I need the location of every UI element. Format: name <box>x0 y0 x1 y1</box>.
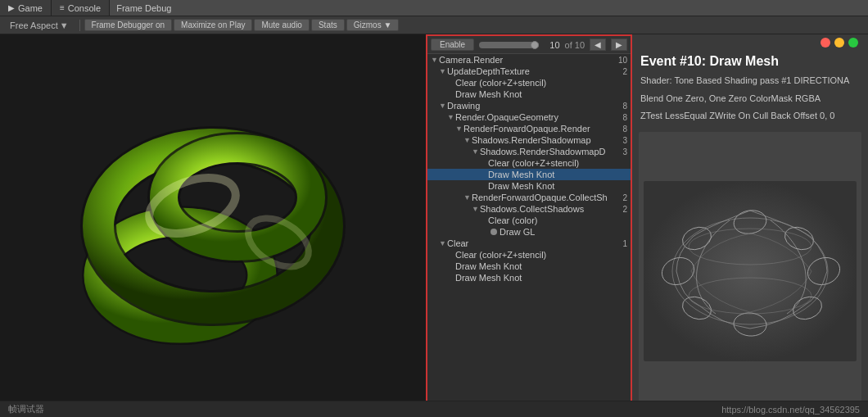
aspect-dropdown-arrow[interactable]: ▼ <box>60 20 69 30</box>
arrow-icon: ▼ <box>455 125 463 133</box>
game-view <box>0 34 426 417</box>
item-count: 8 <box>622 125 627 134</box>
game-icon: ▶ <box>8 3 15 12</box>
divider-1 <box>79 20 80 31</box>
frame-number: 10 <box>544 40 560 50</box>
item-label: Draw Mesh Knot <box>488 181 631 191</box>
item-label: Draw GL <box>500 227 631 237</box>
frame-debug-panel: Enable 10 of 10 ◀ ▶ ▼ Camera.Render 10 ▼… <box>426 34 632 417</box>
list-item[interactable]: ▼ UpdateDepthTexture 2 <box>427 66 631 77</box>
item-count: 2 <box>622 205 627 214</box>
list-item[interactable]: Draw Mesh Knot <box>427 180 631 192</box>
list-item[interactable]: Draw Mesh Knot <box>427 88 631 100</box>
item-label: Render.OpaqueGeometry <box>455 112 622 122</box>
item-count: 2 <box>622 193 627 202</box>
maximize-btn[interactable]: Maximize on Play <box>174 19 252 31</box>
slider-thumb <box>531 41 539 49</box>
list-item[interactable]: ▼ Clear 1 <box>427 238 631 249</box>
arrow-icon: ▼ <box>439 239 447 247</box>
enable-button[interactable]: Enable <box>431 39 474 51</box>
item-label: Draw Mesh Knot <box>455 89 631 99</box>
item-label: Draw Mesh Knot <box>455 273 631 283</box>
item-count: 8 <box>622 102 627 111</box>
arrow-icon: ▼ <box>439 67 447 75</box>
arrow-icon: ▼ <box>463 136 472 144</box>
maximize-button[interactable] <box>848 38 858 48</box>
item-label: Clear <box>447 238 622 248</box>
item-count: 2 <box>622 67 627 76</box>
arrow-icon: ▼ <box>463 193 472 202</box>
aspect-area: Free Aspect ▼ <box>3 20 75 30</box>
arrow-icon: ▼ <box>447 113 455 121</box>
knot-visual <box>0 34 426 417</box>
minimize-button[interactable] <box>834 38 844 48</box>
item-label: Shadows.CollectShadows <box>480 204 622 214</box>
item-label: Clear (color+Z+stencil) <box>455 78 631 88</box>
list-item[interactable]: Draw Mesh Knot <box>427 272 631 283</box>
next-frame-btn[interactable]: ▶ <box>611 39 627 51</box>
tree-list[interactable]: ▼ Camera.Render 10 ▼ UpdateDepthTexture … <box>427 54 631 415</box>
list-item[interactable]: Clear (color+Z+stencil) <box>427 77 631 88</box>
frame-debug-tab[interactable]: Frame Debug <box>116 3 171 13</box>
list-item[interactable]: Clear (color+Z+stencil) <box>427 157 631 169</box>
item-label: Draw Mesh Knot <box>455 261 631 271</box>
tab-console[interactable]: ≡ Console <box>52 0 110 16</box>
tab-game[interactable]: ▶ Game <box>0 0 52 16</box>
bottom-left-text: 帧调试器 <box>8 403 44 415</box>
list-item[interactable]: ▼ RenderForwardOpaque.Render 8 <box>427 123 631 134</box>
close-button[interactable] <box>821 38 830 48</box>
item-count: 3 <box>622 136 627 145</box>
item-label: RenderForwardOpaque.Render <box>463 124 622 134</box>
tab-game-label: Game <box>18 3 43 13</box>
list-item[interactable]: ▼ Drawing 8 <box>427 100 631 111</box>
item-label: Clear (color+Z+stencil) <box>488 158 631 168</box>
event-preview <box>639 132 861 410</box>
slider-track[interactable] <box>479 42 538 48</box>
bottom-bar: 帧调试器 https://blog.csdn.net/qq_34562395 <box>0 401 868 417</box>
toolbar: Free Aspect ▼ Frame Debugger on Maximize… <box>0 16 868 34</box>
window-controls-area <box>632 34 868 48</box>
list-item[interactable]: Draw Mesh Knot <box>427 261 631 272</box>
list-item[interactable]: Clear (color+Z+stencil) <box>427 249 631 261</box>
item-label: UpdateDepthTexture <box>447 66 622 76</box>
item-label: Draw Mesh Knot <box>488 170 631 179</box>
prev-frame-btn[interactable]: ◀ <box>590 39 606 51</box>
window-controls <box>821 38 858 48</box>
event-shader: Shader: Tone Based Shading pass #1 DIREC… <box>632 72 868 90</box>
mute-btn[interactable]: Mute audio <box>254 19 309 31</box>
list-item[interactable]: ▼ Camera.Render 10 <box>427 54 631 66</box>
list-item[interactable]: Clear (color) <box>427 215 631 226</box>
top-bar: ▶ Game ≡ Console Frame Debug <box>0 0 868 16</box>
top-tabs: ▶ Game ≡ Console <box>0 0 110 16</box>
event-detail: Event #10: Draw Mesh Shader: Tone Based … <box>632 34 868 417</box>
item-count: 1 <box>622 239 627 248</box>
bottom-right-link: https://blog.csdn.net/qq_34562395 <box>721 405 860 415</box>
item-label: Drawing <box>447 101 622 111</box>
arrow-icon: ▼ <box>472 147 480 156</box>
list-item[interactable]: ▼ Render.OpaqueGeometry 8 <box>427 111 631 123</box>
list-item[interactable]: ▼ Shadows.CollectShadows 2 <box>427 203 631 215</box>
event-ztest: ZTest LessEqual ZWrite On Cull Back Offs… <box>632 107 868 125</box>
knot-svg <box>49 62 377 390</box>
of-text: of 10 <box>565 40 585 50</box>
arrow-icon: ▼ <box>439 102 447 110</box>
list-item[interactable]: ▼ Shadows.RenderShadowmap 3 <box>427 134 631 146</box>
item-label: Clear (color+Z+stencil) <box>455 250 631 260</box>
list-item[interactable]: Draw Mesh Knot <box>427 169 631 180</box>
console-icon: ≡ <box>60 3 65 12</box>
frame-debugger-btn[interactable]: Frame Debugger on <box>84 19 173 31</box>
list-item[interactable]: ▼ Shadows.RenderShadowmapD 3 <box>427 146 631 157</box>
arrow-icon: ▼ <box>472 205 480 213</box>
stats-btn[interactable]: Stats <box>311 19 345 31</box>
item-count: 8 <box>622 113 627 122</box>
svg-rect-8 <box>644 181 857 361</box>
tab-console-label: Console <box>68 3 101 13</box>
dot-marker <box>491 229 497 235</box>
item-label: Clear (color) <box>488 215 631 225</box>
list-item[interactable]: ▼ RenderForwardOpaque.CollectSh 2 <box>427 192 631 203</box>
item-label: Camera.Render <box>439 55 618 65</box>
gizmos-btn[interactable]: Gizmos ▼ <box>346 19 400 31</box>
arrow-icon: ▼ <box>431 56 439 64</box>
list-item[interactable]: Draw GL <box>427 226 631 238</box>
item-count: 10 <box>618 56 627 65</box>
